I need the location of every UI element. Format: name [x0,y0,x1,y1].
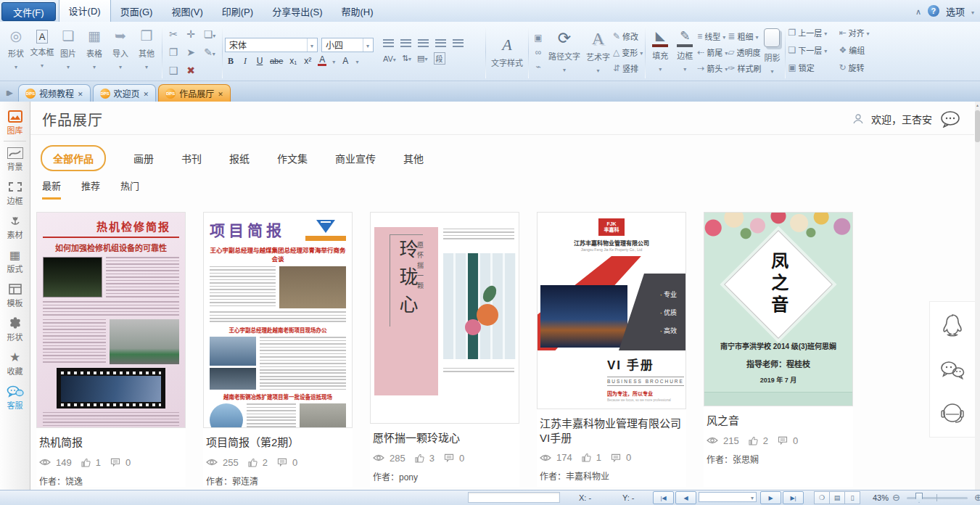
likes-icon[interactable] [248,458,258,467]
tab-works-gallery[interactable]: DPS 作品展厅 [158,84,231,102]
italic-button[interactable]: I [241,56,250,67]
work-card[interactable]: FJK丰嘉科 江苏丰嘉科物业管理有限公司 Jiangsu Feng Jia Ke… [537,212,686,487]
transform-button[interactable]: △ 变形 [613,46,643,59]
align-justify-icon[interactable] [435,39,446,47]
align-center-icon[interactable] [400,39,411,47]
font-size-select[interactable]: 小四 [321,38,374,52]
category-books[interactable]: 书刊 [181,151,202,165]
likes-icon[interactable] [81,458,91,467]
welcome-username[interactable]: 欢迎，王杏安 [871,112,932,126]
thickness-button[interactable]: ≣粗细 [728,30,761,43]
arrow-head-button[interactable]: ⇢箭头 [697,62,728,75]
menu-help[interactable]: 帮助(H) [332,1,382,22]
link-icon[interactable]: ∞ [535,47,542,57]
line-spacing-button[interactable]: ⇅ [402,54,411,63]
insert-shape-button[interactable]: ◎ 形状 [3,24,29,80]
paragraph-settings-button[interactable]: 段 [434,52,445,65]
pen-tool-icon[interactable]: ✎ [204,46,215,58]
insert-textbox-button[interactable]: A 文本框 [29,24,55,80]
opacity-button[interactable]: ▱透明度 [728,46,761,59]
options-dropdown-icon[interactable] [971,4,974,17]
delete-icon[interactable]: ✖ [186,65,195,76]
sort-newest[interactable]: 最新 [42,178,61,200]
work-cover-thumbnail[interactable]: 凤之音 南宁市亭洪学校 2014 级(3)班何思娴 指导老师：程桂枝 2019 … [704,212,853,406]
user-icon[interactable] [852,113,864,125]
menu-design[interactable]: 设计(D) [59,0,111,23]
scroll-up-icon[interactable] [975,102,980,109]
category-other[interactable]: 其他 [403,151,424,165]
zoom-100-view-button[interactable] [814,491,830,504]
work-title[interactable]: 项目简报（第2期） [206,435,348,450]
menu-view[interactable]: 视图(V) [162,1,212,22]
menu-share-export[interactable]: 分享导出(S) [263,1,332,22]
wordart-button[interactable]: A 艺术字 [583,24,613,80]
sidebar-item-background[interactable]: 背景 [0,143,30,176]
category-commercial[interactable]: 商业宣传 [335,151,376,165]
fill-button[interactable]: ◣ 填充 [648,24,672,80]
likes-icon[interactable] [582,453,591,462]
comments-icon[interactable] [277,458,287,467]
highlight-color-button[interactable]: A [341,56,350,66]
align-left-icon[interactable] [383,39,394,47]
qq-icon[interactable] [940,313,965,339]
text-style-button[interactable]: A 文字样式 [488,24,526,80]
close-tab-icon[interactable] [144,89,149,99]
style-brush-button[interactable]: ✑样式刷 [728,62,761,75]
media-icon[interactable]: ▣ [534,33,542,43]
sidebar-item-shape[interactable]: 形状 [0,312,30,346]
zoom-in-icon[interactable] [974,492,980,503]
comments-icon[interactable] [110,458,120,467]
font-family-select[interactable]: 宋体 [225,38,318,52]
vertical-text-button[interactable]: ⇵ 竖排 [613,62,643,75]
strikethrough-button[interactable]: abe [270,57,283,65]
sidebar-item-frame[interactable]: 边框 [0,176,30,210]
work-card[interactable]: 凤之音 南宁市亭洪学校 2014 级(3)班何思娴 指导老师：程桂枝 2019 … [704,212,853,487]
lock-button[interactable]: ▣锁定 [788,61,839,74]
customer-service-headset-icon[interactable] [939,401,965,426]
work-cover-thumbnail[interactable]: 玲珑心 愿怀揣一颗 [370,212,519,424]
comments-icon[interactable] [778,436,788,445]
work-title[interactable]: 愿怀揣一颗玲珑心 [373,431,515,446]
bold-button[interactable]: B [226,56,235,67]
work-card[interactable]: 玲珑心 愿怀揣一颗 愿怀揣一颗玲珑心 285 3 0 作者：pony [370,212,519,487]
tab-video-tutorial[interactable]: DPS 视频教程 [18,84,91,102]
insert-picture-button[interactable]: ❏ 图片 [55,24,81,80]
sidebar-item-service[interactable]: 客服 [0,380,30,414]
arrow-tail-button[interactable]: ⇠箭尾 [697,46,728,59]
image-tool-icon[interactable]: ❏ [204,28,216,40]
tab-welcome[interactable]: DPS 欢迎页 [93,84,157,102]
sidebar-item-template[interactable]: 模板 [0,278,30,312]
work-cover-thumbnail[interactable]: 热机检修简报 如何加强检修机组设备的可靠性 [36,212,186,428]
close-tab-icon[interactable] [78,89,83,99]
superscript-button[interactable]: x² [303,56,312,66]
zoom-out-icon[interactable] [892,492,900,503]
sidebar-item-favorites[interactable]: ★ 收藏 [0,346,30,380]
comments-icon[interactable] [611,453,621,462]
first-page-button[interactable] [653,491,674,504]
pan-hand-icon[interactable]: ✛ [186,28,195,40]
sidebar-item-material[interactable]: 素材 [0,210,30,244]
work-title[interactable]: 江苏丰嘉科物业管理有限公司VI手册 [540,416,682,445]
group-button[interactable]: ❖编组 [839,44,884,57]
vertical-scrollbar[interactable] [975,102,980,490]
align-right-icon[interactable] [418,39,429,47]
category-all-works[interactable]: 全部作品 [41,145,106,171]
page-select-combo[interactable] [699,492,757,502]
category-newspapers[interactable]: 报纸 [229,151,250,165]
line-type-button[interactable]: ≡线型 [697,30,728,43]
zoom-slider-thumb[interactable] [915,493,923,503]
char-spacing-button[interactable]: AV [383,54,396,63]
feedback-chat-icon[interactable] [939,110,961,128]
border-button[interactable]: ✎ 边框 [672,24,697,80]
two-page-view-button[interactable] [844,491,860,504]
help-icon[interactable]: ? [928,5,939,17]
modify-button[interactable]: ✎ 修改 [613,30,643,43]
cut-icon[interactable]: ✂ [169,28,178,40]
layer-down-button[interactable]: ❏下一层 [788,44,839,57]
rotate-button[interactable]: ↻旋转 [839,61,884,74]
select-cursor-icon[interactable]: ➤ [186,46,195,58]
layer-up-button[interactable]: ❐上一层 [788,26,839,39]
options-button[interactable]: 选项 [946,4,965,18]
work-card[interactable]: 项目简报 王心宇副总经理与越煤集团总经理邓青海举行商务会谈 王心宇副总经理赴越南… [203,212,353,487]
copy-icon[interactable]: ❐ [169,46,178,58]
